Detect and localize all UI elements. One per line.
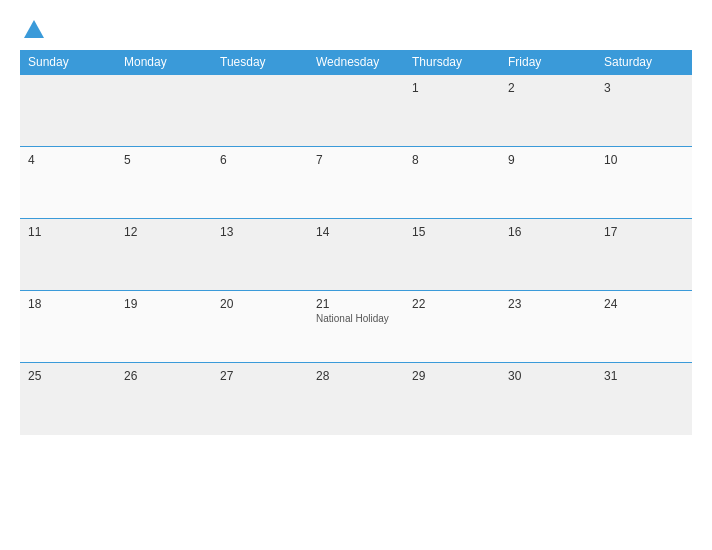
- day-number: 26: [124, 369, 204, 383]
- calendar-cell: 20: [212, 291, 308, 363]
- day-number: 30: [508, 369, 588, 383]
- calendar-cell: 4: [20, 147, 116, 219]
- calendar-cell: 14: [308, 219, 404, 291]
- header: [20, 20, 692, 40]
- calendar-cell: 17: [596, 219, 692, 291]
- day-number: 13: [220, 225, 300, 239]
- day-number: 8: [412, 153, 492, 167]
- day-number: 28: [316, 369, 396, 383]
- day-header-tuesday: Tuesday: [212, 50, 308, 75]
- day-number: 14: [316, 225, 396, 239]
- day-number: 1: [412, 81, 492, 95]
- calendar-header: SundayMondayTuesdayWednesdayThursdayFrid…: [20, 50, 692, 75]
- day-number: 31: [604, 369, 684, 383]
- calendar-cell: 10: [596, 147, 692, 219]
- calendar-cell: 22: [404, 291, 500, 363]
- day-header-wednesday: Wednesday: [308, 50, 404, 75]
- calendar-cell: [212, 75, 308, 147]
- calendar-cell: 1: [404, 75, 500, 147]
- day-number: 20: [220, 297, 300, 311]
- calendar-cell: 9: [500, 147, 596, 219]
- week-row-5: 25262728293031: [20, 363, 692, 435]
- calendar-cell: 2: [500, 75, 596, 147]
- day-number: 10: [604, 153, 684, 167]
- logo: [20, 20, 44, 40]
- days-of-week-row: SundayMondayTuesdayWednesdayThursdayFrid…: [20, 50, 692, 75]
- day-number: 17: [604, 225, 684, 239]
- calendar-cell: 12: [116, 219, 212, 291]
- day-number: 12: [124, 225, 204, 239]
- day-number: 4: [28, 153, 108, 167]
- day-header-monday: Monday: [116, 50, 212, 75]
- calendar-cell: 6: [212, 147, 308, 219]
- day-number: 16: [508, 225, 588, 239]
- day-number: 6: [220, 153, 300, 167]
- day-number: 15: [412, 225, 492, 239]
- calendar-cell: 7: [308, 147, 404, 219]
- week-row-3: 11121314151617: [20, 219, 692, 291]
- day-number: 3: [604, 81, 684, 95]
- calendar-cell: 5: [116, 147, 212, 219]
- day-number: 2: [508, 81, 588, 95]
- calendar-cell: [116, 75, 212, 147]
- day-number: 18: [28, 297, 108, 311]
- calendar-cell: 8: [404, 147, 500, 219]
- calendar-cell: 26: [116, 363, 212, 435]
- calendar-cell: 3: [596, 75, 692, 147]
- calendar-cell: 31: [596, 363, 692, 435]
- day-header-friday: Friday: [500, 50, 596, 75]
- calendar-body: 123456789101112131415161718192021Nationa…: [20, 75, 692, 435]
- day-number: 27: [220, 369, 300, 383]
- calendar-table: SundayMondayTuesdayWednesdayThursdayFrid…: [20, 50, 692, 435]
- calendar-cell: 25: [20, 363, 116, 435]
- day-number: 24: [604, 297, 684, 311]
- calendar-cell: 18: [20, 291, 116, 363]
- calendar-page: SundayMondayTuesdayWednesdayThursdayFrid…: [0, 0, 712, 550]
- day-number: 25: [28, 369, 108, 383]
- calendar-cell: 29: [404, 363, 500, 435]
- calendar-cell: 30: [500, 363, 596, 435]
- calendar-cell: 27: [212, 363, 308, 435]
- calendar-cell: 15: [404, 219, 500, 291]
- day-header-sunday: Sunday: [20, 50, 116, 75]
- day-event-label: National Holiday: [316, 313, 396, 324]
- day-header-saturday: Saturday: [596, 50, 692, 75]
- calendar-cell: 23: [500, 291, 596, 363]
- calendar-cell: 13: [212, 219, 308, 291]
- week-row-1: 123: [20, 75, 692, 147]
- calendar-cell: 11: [20, 219, 116, 291]
- day-number: 23: [508, 297, 588, 311]
- day-number: 9: [508, 153, 588, 167]
- week-row-2: 45678910: [20, 147, 692, 219]
- week-row-4: 18192021National Holiday222324: [20, 291, 692, 363]
- day-number: 7: [316, 153, 396, 167]
- calendar-cell: [20, 75, 116, 147]
- day-number: 19: [124, 297, 204, 311]
- calendar-cell: 24: [596, 291, 692, 363]
- day-number: 29: [412, 369, 492, 383]
- day-number: 21: [316, 297, 396, 311]
- calendar-cell: 21National Holiday: [308, 291, 404, 363]
- logo-triangle-icon: [24, 20, 44, 38]
- day-number: 11: [28, 225, 108, 239]
- calendar-cell: 16: [500, 219, 596, 291]
- day-number: 5: [124, 153, 204, 167]
- calendar-cell: 28: [308, 363, 404, 435]
- calendar-cell: 19: [116, 291, 212, 363]
- day-number: 22: [412, 297, 492, 311]
- day-header-thursday: Thursday: [404, 50, 500, 75]
- calendar-cell: [308, 75, 404, 147]
